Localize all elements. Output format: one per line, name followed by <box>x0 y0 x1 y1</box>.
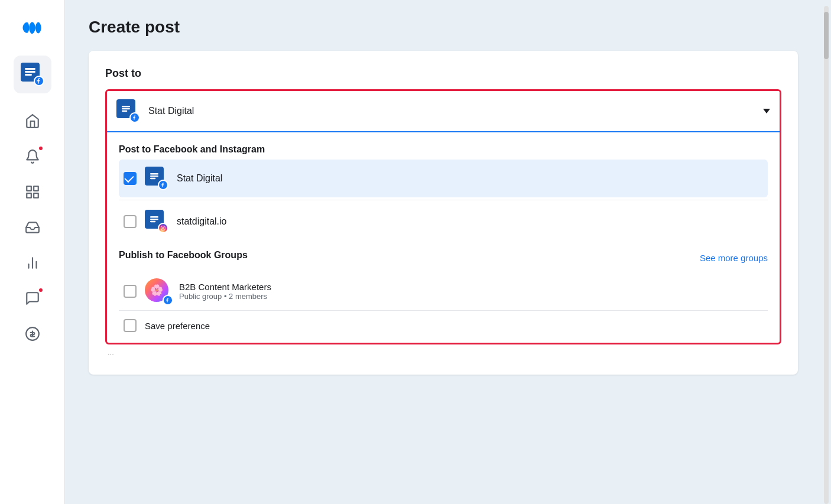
selected-account-name: Stat Digital <box>148 106 763 116</box>
dropdown-account-icon <box>116 99 140 123</box>
main-content: Create post Post to <box>65 0 822 504</box>
svg-rect-20 <box>150 220 155 222</box>
b2b-group-info: B2B Content Marketers Public group • 2 m… <box>179 282 271 301</box>
sidebar-nav <box>0 105 64 350</box>
sidebar-item-notifications[interactable] <box>17 141 48 173</box>
see-more-groups-link[interactable]: See more groups <box>700 253 768 263</box>
svg-rect-13 <box>122 108 130 109</box>
svg-rect-5 <box>27 193 31 198</box>
account-row-statdigital-io[interactable]: statdigital.io <box>119 203 768 240</box>
dropdown-content: Post to Facebook and Instagram <box>107 132 780 240</box>
svg-rect-18 <box>150 216 158 217</box>
statdigital-io-checkbox[interactable] <box>124 215 137 228</box>
sd-fb-badge <box>158 180 168 190</box>
scrollbar[interactable] <box>822 0 831 504</box>
accounts-divider <box>119 200 768 200</box>
groups-section-title: Publish to Facebook Groups <box>119 250 248 261</box>
svg-rect-6 <box>34 193 38 198</box>
svg-rect-12 <box>122 106 130 107</box>
chevron-down-icon <box>763 109 770 113</box>
save-preference-checkbox[interactable] <box>124 319 137 332</box>
sidebar-item-analytics[interactable] <box>17 247 48 279</box>
multi-platform-icon <box>21 63 44 86</box>
b2b-group-name: B2B Content Marketers <box>179 282 271 292</box>
svg-rect-3 <box>27 186 31 191</box>
sidebar-item-monetization[interactable] <box>17 318 48 350</box>
stat-digital-icon-wrapper <box>145 167 168 190</box>
svg-rect-16 <box>150 175 158 176</box>
svg-rect-14 <box>122 110 127 111</box>
groups-header: Publish to Facebook Groups See more grou… <box>119 250 768 265</box>
meta-logo <box>17 12 48 44</box>
dropdown-icon <box>116 99 140 123</box>
b2b-group-checkbox[interactable] <box>124 285 137 298</box>
b2b-group-avatar: 🌸 <box>145 278 171 304</box>
post-to-label: Post to <box>105 67 781 80</box>
stat-digital-icon <box>145 167 168 190</box>
svg-rect-4 <box>34 186 38 191</box>
sidebar-item-calendar[interactable] <box>17 176 48 208</box>
svg-rect-21 <box>161 226 165 230</box>
svg-point-23 <box>164 227 164 227</box>
statdigital-io-icon <box>145 210 168 233</box>
accounts-switcher[interactable] <box>14 56 51 93</box>
sidebar-item-home[interactable] <box>17 105 48 137</box>
b2b-fb-badge-icon <box>163 295 173 305</box>
sidebar-item-inbox[interactable] <box>17 212 48 243</box>
statdigital-io-icon-wrapper <box>145 210 168 233</box>
svg-rect-17 <box>150 177 155 178</box>
account-row-stat-digital[interactable]: Stat Digital <box>119 160 768 197</box>
b2b-group-meta: Public group • 2 members <box>179 292 271 301</box>
fb-badge-icon <box>34 76 44 86</box>
account-dropdown[interactable]: Stat Digital <box>107 91 780 132</box>
create-post-card: Post to <box>89 51 798 375</box>
svg-rect-15 <box>150 173 158 174</box>
scrollbar-track <box>824 6 829 504</box>
bottom-hint: ··· <box>108 349 781 358</box>
stat-digital-checkbox[interactable] <box>124 172 137 185</box>
svg-rect-1 <box>25 71 35 73</box>
group-row-b2b[interactable]: 🌸 B2B Content Marketers Public group • 2… <box>119 272 768 311</box>
scrollbar-thumb[interactable] <box>824 12 829 59</box>
groups-section: Publish to Facebook Groups See more grou… <box>107 240 780 311</box>
post-to-container: Stat Digital Post to Facebook and Instag… <box>105 89 781 344</box>
svg-rect-2 <box>25 74 32 76</box>
svg-rect-19 <box>150 218 158 219</box>
save-preference-label: Save preference <box>145 321 210 331</box>
statdigital-io-label: statdigital.io <box>177 216 227 227</box>
fb-instagram-section-title: Post to Facebook and Instagram <box>119 144 768 155</box>
stat-digital-label: Stat Digital <box>177 173 222 184</box>
save-preference-row[interactable]: Save preference <box>119 311 768 343</box>
dropdown-fb-badge <box>129 112 140 123</box>
svg-point-22 <box>163 227 164 229</box>
messages-badge <box>38 287 44 293</box>
sidebar-item-messages[interactable] <box>17 282 48 314</box>
sidebar <box>0 0 65 504</box>
notification-badge <box>38 145 44 151</box>
svg-rect-0 <box>25 68 35 70</box>
sdio-ig-badge <box>158 223 168 233</box>
page-title: Create post <box>89 18 798 37</box>
